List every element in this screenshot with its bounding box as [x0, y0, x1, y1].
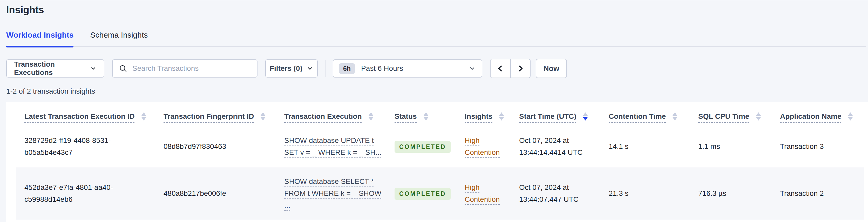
cell-insights: High Contention — [456, 126, 511, 167]
time-range-badge: 6h — [339, 63, 355, 74]
sort-icon — [369, 112, 373, 121]
column-header-latest-execution-id[interactable]: Latest Transaction Execution ID — [16, 102, 155, 126]
view-type-dropdown[interactable]: Transaction Executions — [6, 59, 104, 77]
column-header-insights[interactable]: Insights — [456, 102, 511, 126]
column-header-status[interactable]: Status — [386, 102, 456, 126]
cell-start-time: Oct 07, 2024 at 13:44:07.447 UTC — [511, 167, 600, 220]
cell-app-name: Transaction 2 — [772, 167, 864, 220]
time-range-nav — [490, 59, 531, 78]
now-button-label: Now — [543, 64, 559, 73]
column-header-sql-cpu-time[interactable]: SQL CPU Time — [690, 102, 772, 126]
column-header-start-time[interactable]: Start Time (UTC) — [511, 102, 600, 126]
cell-execution-id: 452da3e7-e7fa-4801-aa40-c59988d14eb6 — [16, 167, 155, 220]
time-range-picker[interactable]: 6h Past 6 Hours — [333, 59, 482, 77]
cell-transaction-execution: SHOW database UPDATE t SET v = _ WHERE k… — [276, 126, 386, 167]
toolbar-divider — [325, 60, 326, 77]
filters-label: Filters (0) — [270, 64, 302, 73]
active-tab-underline — [6, 45, 73, 47]
chevron-down-icon — [307, 65, 313, 72]
statement-link[interactable]: SHOW database SELECT * FROM t WHERE k = … — [284, 176, 376, 211]
sort-desc-icon — [583, 112, 588, 121]
status-badge: COMPLETED — [395, 188, 451, 200]
chevron-left-icon — [497, 65, 504, 72]
cell-fingerprint-id: 480a8b217be006fe — [155, 167, 276, 220]
sort-icon — [424, 112, 428, 121]
cell-sql-cpu-time: 1.1 ms — [690, 126, 772, 167]
cell-app-name: Transaction 3 — [772, 126, 864, 167]
toolbar: Transaction Executions Filters (0) 6h Pa… — [6, 59, 868, 78]
insight-link[interactable]: High Contention — [465, 136, 500, 156]
sort-icon — [756, 112, 761, 121]
column-header-application-name[interactable]: Application Name — [772, 102, 864, 126]
table-row: 452da3e7-e7fa-4801-aa40-c59988d14eb6 480… — [16, 167, 864, 220]
statement-link[interactable]: SHOW database UPDATE t SET v = _ WHERE k… — [284, 135, 376, 158]
search-icon — [119, 64, 127, 73]
filters-dropdown[interactable]: Filters (0) — [265, 59, 318, 77]
tabs: Workload Insights Schema Insights — [6, 30, 866, 47]
tab-workload-insights[interactable]: Workload Insights — [6, 30, 73, 46]
transaction-search — [112, 59, 257, 77]
sort-icon — [142, 112, 146, 121]
chevron-right-icon — [517, 65, 524, 72]
cell-status: COMPLETED — [386, 167, 456, 220]
sort-icon — [673, 112, 677, 121]
status-badge: COMPLETED — [395, 141, 451, 153]
insight-link[interactable]: High Contention — [465, 183, 500, 203]
table-row: 328729d2-ff19-4408-8531-b05a5b4e43c7 08d… — [16, 126, 864, 167]
prev-range-button[interactable] — [491, 59, 510, 77]
tab-schema-insights[interactable]: Schema Insights — [90, 30, 148, 46]
column-header-transaction-execution[interactable]: Transaction Execution — [276, 102, 386, 126]
column-header-contention-time[interactable]: Contention Time — [600, 102, 690, 126]
sort-icon — [499, 112, 504, 121]
cell-execution-id: 328729d2-ff19-4408-8531-b05a5b4e43c7 — [16, 126, 155, 167]
tab-label: Schema Insights — [90, 31, 148, 39]
cell-insights: High Contention — [456, 167, 511, 220]
sort-icon — [260, 112, 265, 121]
cell-sql-cpu-time: 716.3 µs — [690, 167, 772, 220]
column-header-fingerprint-id[interactable]: Transaction Fingerprint ID — [155, 102, 276, 126]
search-input[interactable] — [132, 64, 251, 73]
now-button[interactable]: Now — [536, 59, 567, 78]
sort-icon — [848, 112, 853, 121]
chevron-down-icon — [468, 65, 476, 72]
chevron-down-icon — [90, 65, 97, 72]
view-type-label: Transaction Executions — [14, 60, 90, 77]
table-header-row: Latest Transaction Execution ID Transact… — [16, 102, 864, 126]
cell-start-time: Oct 07, 2024 at 13:44:14.4414 UTC — [511, 126, 600, 167]
cell-fingerprint-id: 08d8b7d97f830463 — [155, 126, 276, 167]
cell-status: COMPLETED — [386, 126, 456, 167]
cell-contention-time: 14.1 s — [600, 126, 690, 167]
cell-contention-time: 21.3 s — [600, 167, 690, 220]
next-range-button[interactable] — [510, 59, 530, 77]
results-count: 1-2 of 2 transaction insights — [6, 87, 868, 95]
tab-label: Workload Insights — [6, 31, 73, 39]
time-range-label: Past 6 Hours — [361, 64, 403, 73]
insights-table: Latest Transaction Execution ID Transact… — [16, 102, 864, 220]
cell-transaction-execution: SHOW database SELECT * FROM t WHERE k = … — [276, 167, 386, 220]
page-title: Insights — [6, 4, 868, 16]
insights-table-card: Latest Transaction Execution ID Transact… — [6, 102, 868, 222]
